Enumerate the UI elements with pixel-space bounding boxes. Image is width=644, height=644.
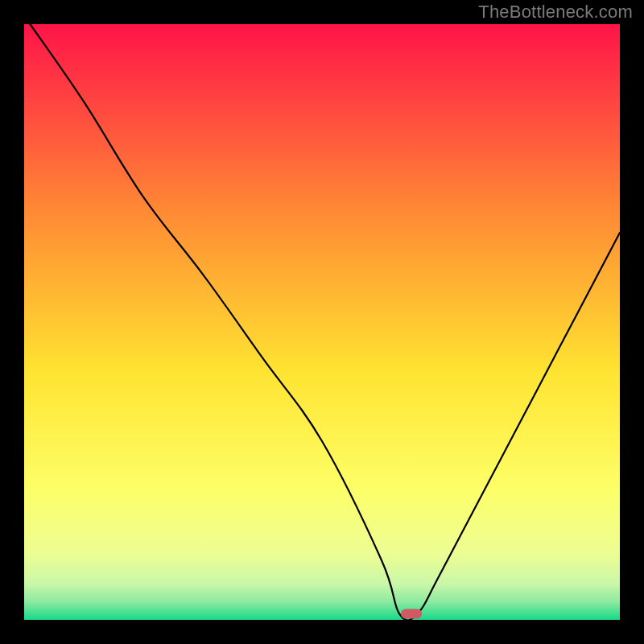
chart-frame: TheBottleneck.com bbox=[0, 0, 644, 644]
watermark-text: TheBottleneck.com bbox=[478, 2, 633, 23]
plot-background bbox=[24, 24, 620, 620]
bottleneck-chart bbox=[0, 0, 644, 644]
optimal-marker bbox=[401, 609, 422, 619]
